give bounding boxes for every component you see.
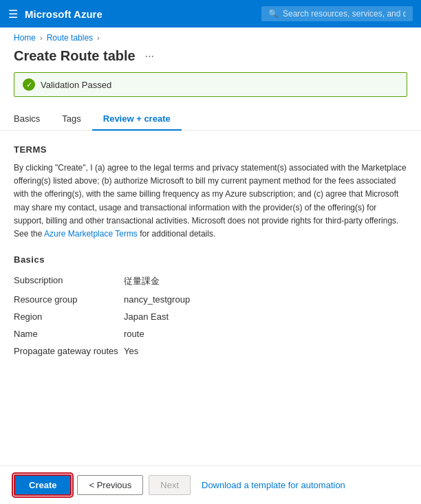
azure-logo: Microsoft Azure [25, 8, 102, 20]
propagate-value: Yes [124, 342, 407, 360]
terms-section-title: TERMS [14, 144, 407, 155]
terms-text: By clicking "Create", I (a) agree to the… [14, 162, 407, 241]
terms-text-part1: By clicking "Create", I (a) agree to the… [14, 163, 407, 239]
resource-group-label: Resource group [14, 291, 124, 308]
main-content: Home › Route tables › Create Route table… [0, 28, 421, 504]
top-navbar: ☰ Microsoft Azure 🔍 [0, 0, 421, 28]
basics-section: Basics Subscription 従量課金 Resource group … [14, 254, 407, 360]
name-label: Name [14, 325, 124, 342]
propagate-label: Propagate gateway routes [14, 342, 124, 360]
validation-text: Validation Passed [41, 80, 111, 90]
download-template-link[interactable]: Download a template for automation [202, 480, 345, 490]
tab-tags[interactable]: Tags [51, 108, 91, 131]
azure-marketplace-terms-link[interactable]: Azure Marketplace Terms [44, 229, 138, 239]
validation-banner: ✓ Validation Passed [14, 72, 407, 97]
basics-section-title: Basics [14, 254, 407, 265]
tabs-container: Basics Tags Review + create [0, 108, 421, 131]
search-input[interactable] [283, 9, 406, 19]
previous-button[interactable]: < Previous [77, 475, 143, 495]
terms-section: TERMS By clicking "Create", I (a) agree … [14, 144, 407, 241]
resource-group-value: nancy_testgroup [124, 291, 407, 308]
form-body: TERMS By clicking "Create", I (a) agree … [0, 131, 421, 465]
subscription-value: 従量課金 [124, 272, 407, 291]
breadcrumb-sep-2: › [97, 34, 100, 42]
search-bar[interactable]: 🔍 [261, 6, 413, 21]
ellipsis-button[interactable]: ··· [142, 49, 157, 64]
breadcrumb: Home › Route tables › [0, 28, 421, 45]
breadcrumb-home[interactable]: Home [14, 33, 36, 43]
region-label: Region [14, 308, 124, 325]
tab-review-create[interactable]: Review + create [92, 108, 182, 131]
create-button[interactable]: Create [14, 474, 72, 496]
breadcrumb-route-tables[interactable]: Route tables [47, 33, 93, 43]
tab-basics[interactable]: Basics [14, 108, 51, 131]
region-value: Japan East [124, 308, 407, 325]
name-value: route [124, 325, 407, 342]
basics-grid: Subscription 従量課金 Resource group nancy_t… [14, 272, 407, 360]
footer: Create < Previous Next Download a templa… [0, 465, 421, 504]
subscription-label: Subscription [14, 272, 124, 291]
search-icon: 🔍 [268, 9, 279, 19]
breadcrumb-sep-1: › [40, 34, 43, 42]
hamburger-icon[interactable]: ☰ [8, 8, 18, 21]
page-title-row: Create Route table ··· [0, 45, 421, 72]
terms-text-part2: for additional details. [138, 229, 215, 239]
next-button: Next [149, 475, 191, 495]
check-icon: ✓ [23, 78, 35, 91]
page-title: Create Route table [14, 48, 136, 64]
